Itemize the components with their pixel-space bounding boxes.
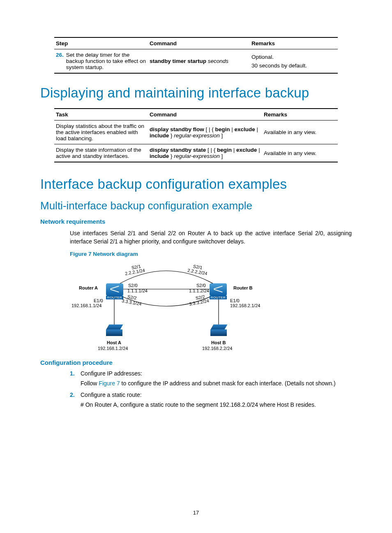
step-text: Set the delay timer for the backup funct… <box>66 52 146 70</box>
figure-link[interactable]: Figure 7 <box>99 380 120 387</box>
table-row: Display statistics about the traffic on … <box>54 121 338 144</box>
step-number: 26. <box>56 52 66 70</box>
label-host-b: Host B <box>211 340 226 345</box>
label-host-a: Host A <box>107 340 121 345</box>
command-cell: display standby flow [ | { begin | exclu… <box>148 121 262 144</box>
th-command: Command <box>148 37 250 49</box>
heading-netreq: Network requirements <box>40 218 352 225</box>
heading-multi: Multi-interface backup configuration exa… <box>40 199 352 212</box>
router-b-icon: ROUTER <box>210 283 227 296</box>
th-command2: Command <box>148 109 262 121</box>
command-cell: standby timer startup seconds <box>148 49 250 74</box>
step-body: Follow Figure 7 to configure the IP addr… <box>81 379 352 387</box>
procedure-list: 1.Configure IP addresses: Follow Figure … <box>40 370 352 409</box>
th-step: Step <box>54 37 148 49</box>
step-body: # On Router A, configure a static route … <box>81 401 352 409</box>
table-row: Display the state information of the act… <box>54 144 338 162</box>
th-remarks: Remarks <box>250 37 338 49</box>
remarks-cell: Optional. 30 seconds by default. <box>250 49 338 74</box>
task-table: Task Command Remarks Display statistics … <box>54 108 338 162</box>
list-item: 1.Configure IP addresses: Follow Figure … <box>70 370 352 387</box>
network-req-text: Use interfaces Serial 2/1 and Serial 2/2… <box>70 229 352 246</box>
host-a-icon <box>106 324 122 337</box>
step-table: Step Command Remarks 26. Set the delay t… <box>54 37 338 74</box>
label-router-b: Router B <box>233 285 252 290</box>
command-cell: display standby state [ | { begin | excl… <box>148 144 262 162</box>
heading-confproc: Configuration procedure <box>40 359 352 366</box>
th-task: Task <box>54 109 148 121</box>
network-diagram: Router A ROUTER Router B ROUTER S2/1 2.2… <box>70 260 263 354</box>
router-a-icon: ROUTER <box>106 283 123 296</box>
step-cell: 26. Set the delay timer for the backup f… <box>54 49 148 74</box>
th-remarks2: Remarks <box>262 109 338 121</box>
host-b-icon <box>210 324 227 337</box>
heading-displaying: Displaying and maintaining interface bac… <box>40 85 352 101</box>
heading-examples: Interface backup configuration examples <box>40 176 352 192</box>
figure-caption: Figure 7 Network diagram <box>70 251 352 257</box>
page-number: 17 <box>0 510 392 516</box>
list-item: 2.Configure a static route: # On Router … <box>70 392 352 409</box>
label-router-a: Router A <box>79 285 98 290</box>
